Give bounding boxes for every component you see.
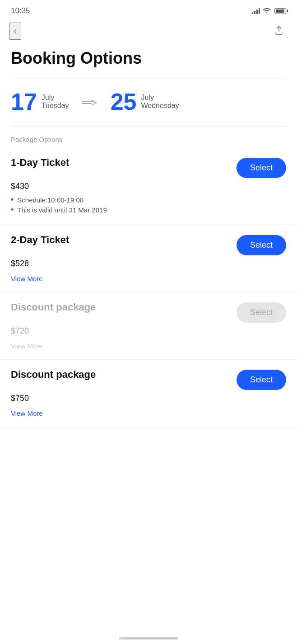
package-1-name: 1-Day Ticket — [11, 157, 69, 169]
select-button-4[interactable]: Select — [237, 370, 286, 390]
select-button-2[interactable]: Select — [237, 235, 286, 255]
status-bar: 10:35 — [0, 0, 297, 19]
home-indicator — [119, 637, 178, 639]
package-4-name: Discount package — [11, 369, 96, 381]
packages-list: 1-Day Ticket Select $430 Schedule:10:00-… — [0, 148, 297, 427]
package-1-price: $430 — [11, 182, 286, 191]
package-1-header: 1-Day Ticket Select — [11, 157, 286, 178]
share-button[interactable] — [270, 23, 288, 39]
package-3-price: $720 — [11, 326, 286, 336]
package-2-name: 2-Day Ticket — [11, 234, 69, 246]
package-4-header: Discount package Select — [11, 369, 286, 390]
package-1-details: Schedule:10:00-19:00 This is valid until… — [11, 196, 286, 214]
status-icons — [252, 7, 286, 15]
package-item-1: 1-Day Ticket Select $430 Schedule:10:00-… — [0, 148, 297, 225]
select-button-1[interactable]: Select — [237, 158, 286, 178]
package-3-name: Discount package — [11, 301, 96, 313]
package-2-price: $528 — [11, 259, 286, 268]
package-item-2: 2-Day Ticket Select $528 View More — [0, 225, 297, 292]
from-day-number: 17 — [11, 90, 37, 113]
from-date: 17 July Tuesday — [11, 90, 69, 113]
select-button-3: Select — [237, 302, 286, 323]
to-month: July — [141, 94, 179, 102]
to-date: 25 July Wednesday — [111, 90, 179, 113]
package-2-view-more[interactable]: View More — [11, 275, 43, 282]
package-item-3: Discount package Select $720 View More — [0, 292, 297, 360]
package-item-4: Discount package Select $750 View More — [0, 360, 297, 427]
package-2-header: 2-Day Ticket Select — [11, 234, 286, 255]
package-1-detail-2: This is valid until 31 Mar 2019 — [11, 206, 286, 214]
date-arrow — [76, 99, 103, 106]
page-title: Booking Options — [0, 45, 297, 77]
to-date-text: July Wednesday — [141, 90, 179, 110]
back-button[interactable]: ‹ — [9, 23, 21, 40]
from-month: July — [42, 94, 69, 102]
wifi-icon — [263, 7, 271, 15]
package-3-header: Discount package Select — [11, 301, 286, 323]
date-section: 17 July Tuesday 25 July Wednesday — [0, 77, 297, 126]
package-4-view-more[interactable]: View More — [11, 409, 43, 417]
from-day-name: Tuesday — [42, 102, 69, 110]
nav-bar: ‹ — [0, 19, 297, 45]
from-date-text: July Tuesday — [42, 90, 69, 110]
to-day-number: 25 — [111, 90, 137, 113]
package-4-price: $750 — [11, 394, 286, 403]
signal-icon — [252, 8, 260, 14]
share-icon — [274, 25, 284, 36]
to-day-name: Wednesday — [141, 102, 179, 110]
status-time: 10:35 — [11, 6, 30, 15]
package-1-detail-1: Schedule:10:00-19:00 — [11, 196, 286, 204]
battery-icon — [274, 8, 286, 14]
package-3-view-more: View More — [11, 342, 43, 350]
packages-label: Package Options — [0, 127, 297, 148]
